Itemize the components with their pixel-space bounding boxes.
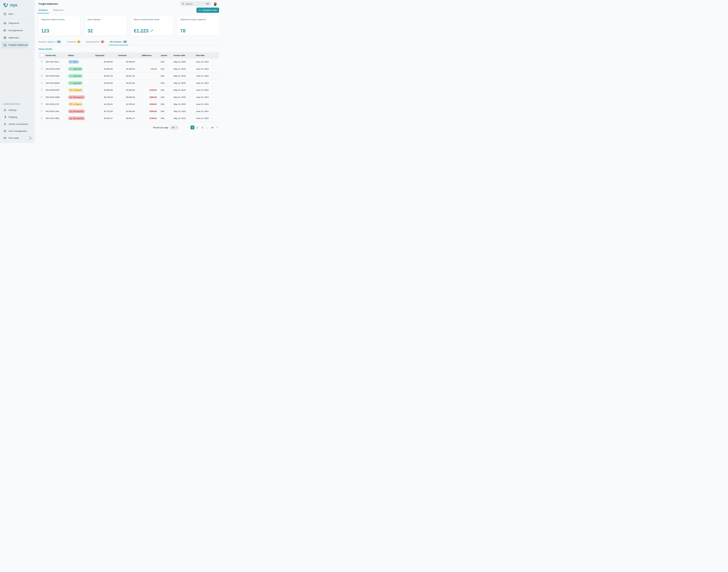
select-all-link[interactable]: Select all (67) — [39, 48, 52, 50]
row-checkbox[interactable] — [41, 117, 43, 120]
invoice-filter-count-badge: 92 — [123, 40, 127, 43]
main-tab[interactable]: Invoices — [39, 8, 48, 13]
stat-card-value: 123 — [41, 28, 49, 33]
expected-amount: €1.678,32 — [91, 103, 113, 105]
sidebar-config-label: Carrier connections — [8, 123, 28, 125]
status-badge: Discrepancy — [68, 110, 85, 113]
invoiced-amount: €3.063,58 — [113, 89, 135, 91]
col-invoiced: Invoiced — [113, 54, 135, 57]
sidebar-item[interactable]: Addresses — [1, 34, 19, 41]
select-all-checkbox[interactable] — [41, 54, 43, 57]
difference-amount: €500,00 — [135, 96, 157, 98]
sidebar-item[interactable]: Consignments — [1, 27, 23, 34]
page-number-button[interactable]: 10 — [210, 126, 214, 130]
table-row[interactable]: INV-2024-ZE11 Open €5.000,00 €5.000,00 — [39, 58, 219, 66]
test-mode-label: Test mode — [8, 137, 19, 139]
stat-card-title: Shipments ready to approve — [180, 18, 217, 21]
test-mode-toggle[interactable] — [26, 137, 32, 140]
invoice-number: INV-2024-UJ73 — [46, 103, 68, 105]
card-menu-button[interactable]: ··· — [122, 17, 125, 20]
status-badge: Approved — [68, 81, 83, 85]
difference-amount: €30,00 — [135, 68, 157, 70]
sidebar-config-item[interactable]: User management — [0, 128, 34, 135]
per-page-select[interactable]: 25 — [170, 125, 179, 130]
invoice-filter-tab[interactable]: All invoices 92 — [110, 40, 127, 45]
card-menu-button[interactable]: ··· — [168, 17, 171, 20]
col-invoice-no: Invoice No. — [46, 54, 68, 57]
due-date: June 23, 2024 — [196, 82, 219, 84]
page-number-button[interactable]: ... — [205, 126, 209, 130]
tabs-row: Invoices Shipments Exception rules — [39, 8, 220, 14]
table-row[interactable]: INV-2024-RX67 In Dispute €2.963,58 €3.06… — [39, 87, 219, 94]
row-checkbox[interactable] — [41, 96, 43, 98]
row-checkbox[interactable] — [41, 110, 43, 113]
row-checkbox[interactable] — [41, 67, 43, 70]
table-row[interactable]: INV-2024-UJ73 In Dispute €1.678,32 €1.97… — [39, 101, 219, 108]
configuration-section-label: CONFIGURATION — [0, 103, 34, 106]
main-content: Freight Settlement ⌘K — [34, 0, 220, 143]
invoice-number: INV-2024-RX67 — [46, 89, 68, 91]
search-input[interactable] — [186, 3, 205, 5]
row-checkbox[interactable] — [41, 74, 43, 77]
invoice-date: May 23, 2025 — [174, 68, 196, 70]
search-bar[interactable]: ⌘K — [180, 1, 211, 6]
address-book-icon — [3, 36, 7, 39]
card-menu-button[interactable]: ··· — [214, 17, 217, 20]
invoice-filter-count-badge: 78 — [57, 40, 61, 43]
card-menu-button[interactable]: ··· — [76, 17, 78, 20]
carrier-name: DHL — [157, 89, 174, 91]
page-number-button[interactable]: 1 — [191, 126, 194, 130]
invoice-filter-tab[interactable]: Discrepancies 8 — [86, 40, 104, 45]
col-expected: Expected — [91, 54, 113, 57]
status-badge: Discrepancy — [68, 95, 85, 99]
main-tab[interactable]: Shipments — [53, 8, 64, 13]
sidebar-config-item[interactable]: Settings — [0, 106, 34, 114]
prev-page-button[interactable] — [186, 126, 190, 129]
page-number-button[interactable]: 2 — [196, 126, 199, 130]
table-row[interactable]: INV-2024-GH54 Approved €4.000,00 €4.030,… — [39, 66, 219, 73]
sidebar-item[interactable]: Freight Settlement — [1, 41, 28, 49]
invoice-number: INV-2024-QK29 — [46, 82, 68, 84]
table-row[interactable]: INV-2024-QK29 Approved €4.821,93 €4.821,… — [39, 80, 219, 87]
page-number-button[interactable]: 3 — [200, 126, 204, 130]
barrier-icon — [3, 136, 7, 140]
row-checkbox[interactable] — [41, 82, 43, 84]
stat-card-title: Money reclaimed last month — [134, 18, 170, 21]
invoice-date: May 23, 2025 — [174, 61, 196, 63]
table-row[interactable]: INV-2024-YB92 Discrepancy €6.291,47 €6.9… — [39, 115, 219, 122]
next-page-button[interactable] — [215, 126, 219, 129]
table-row[interactable]: INV-2024-LS41 Discrepancy €3.752,84 €3.9… — [39, 108, 219, 115]
new-button[interactable]: New... — [0, 11, 34, 17]
invoice-number: INV-2024-LS41 — [46, 110, 68, 113]
invoice-number: INV-2024-YB92 — [46, 117, 68, 120]
row-checkbox[interactable] — [41, 60, 43, 63]
col-difference: Difference — [135, 54, 157, 57]
invoice-date: May 23, 2025 — [174, 103, 196, 105]
table-row[interactable]: INV-2024-PD82 Approved €9.507,16 €9.507,… — [39, 73, 219, 80]
plus-circle-icon — [3, 12, 7, 16]
invoice-filter-label: Discrepancies — [86, 41, 99, 43]
user-avatar[interactable] — [213, 2, 217, 6]
invoice-filter-tab[interactable]: Ready to approve 78 — [39, 40, 61, 45]
sidebar-item[interactable]: Shipments — [1, 19, 19, 27]
status-label: Discrepancy — [73, 110, 83, 113]
carrier-name: DHL — [157, 61, 174, 63]
sidebar-config-icon — [3, 109, 7, 112]
row-checkbox[interactable] — [41, 103, 43, 105]
sidebar-config-item[interactable]: Carrier connections — [0, 121, 34, 128]
table-row[interactable]: INV-2024-VM35 Discrepancy €8.145,29 €8.6… — [39, 94, 219, 101]
sidebar-config-item[interactable]: Shipping — [0, 114, 34, 121]
invoice-filter-tab[interactable]: In dispute 6 — [67, 40, 81, 45]
search-icon — [182, 3, 184, 5]
difference-amount: €200,00 — [135, 110, 157, 113]
invoice-filter-label: Ready to approve — [39, 41, 55, 43]
status-label: Approved — [73, 68, 81, 70]
exception-rules-label: Exception rules — [202, 9, 217, 11]
exception-rules-button[interactable]: Exception rules — [197, 8, 219, 13]
check-icon — [70, 75, 72, 77]
invoiced-amount: €8.645,29 — [113, 96, 135, 98]
col-carrier: Carrier — [157, 54, 174, 57]
invoice-date: May 23, 2025 — [174, 75, 196, 77]
status-badge: Approved — [68, 67, 83, 71]
row-checkbox[interactable] — [41, 88, 43, 91]
